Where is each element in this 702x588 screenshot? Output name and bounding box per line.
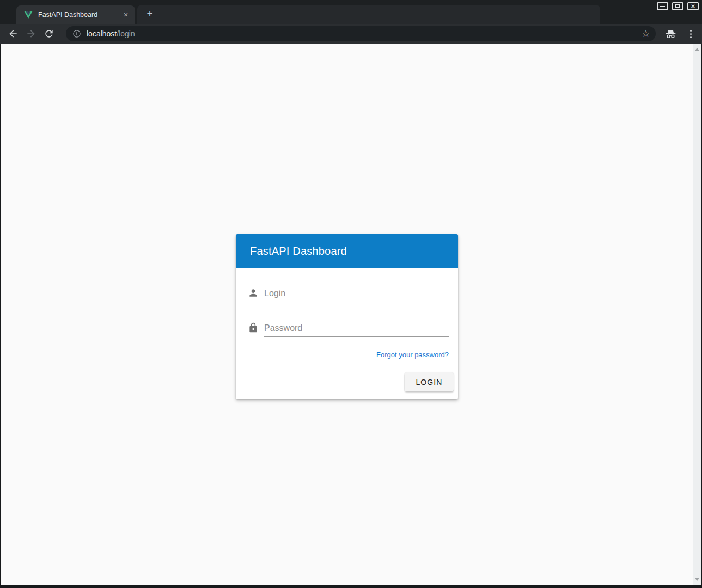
tab-title: FastAPI Dashboard: [38, 11, 121, 19]
window-close-button[interactable]: ✕: [687, 2, 699, 10]
browser-menu-button[interactable]: [686, 28, 695, 39]
address-bar[interactable]: localhost/login ☆: [66, 26, 656, 41]
window-maximize-button[interactable]: [672, 2, 683, 10]
vue-favicon-icon: [24, 11, 33, 19]
lock-icon: [248, 322, 259, 333]
bookmark-star-icon[interactable]: ☆: [642, 29, 650, 39]
url-text: localhost/login: [87, 29, 135, 38]
page-scrollbar[interactable]: [693, 44, 701, 585]
back-button[interactable]: [8, 28, 19, 39]
password-input[interactable]: [264, 323, 449, 333]
login-card-header: FastAPI Dashboard: [236, 234, 458, 268]
window-controls: ✕: [657, 2, 699, 10]
browser-toolbar: localhost/login ☆: [0, 24, 702, 44]
site-info-icon[interactable]: [72, 29, 81, 38]
login-card-title: FastAPI Dashboard: [250, 245, 347, 258]
tab-close-icon[interactable]: ✕: [121, 10, 131, 20]
login-input[interactable]: [264, 289, 449, 298]
page-content: FastAPI Dashboard Forgot your password? …: [1, 44, 701, 585]
forgot-password-row: Forgot your password?: [236, 350, 449, 359]
window-minimize-button[interactable]: [657, 2, 668, 10]
url-host: localhost: [87, 29, 117, 38]
person-icon: [248, 287, 259, 298]
password-input-underline: [264, 323, 449, 337]
forward-button[interactable]: [26, 28, 36, 39]
card-actions: LOGIN: [236, 372, 454, 391]
new-tab-button[interactable]: +: [143, 7, 157, 21]
scroll-down-icon[interactable]: [695, 578, 699, 581]
login-field-row: [248, 287, 449, 302]
reload-button[interactable]: [44, 28, 54, 39]
url-path: /login: [117, 29, 135, 38]
maximize-icon: [675, 4, 680, 8]
minimize-icon: [660, 6, 665, 7]
incognito-icon: [664, 28, 677, 40]
tab-strip: FastAPI Dashboard ✕ + ✕: [0, 0, 702, 24]
browser-tab-active[interactable]: FastAPI Dashboard ✕: [16, 5, 135, 24]
login-input-underline: [264, 289, 449, 302]
tab-strip-surface: [137, 5, 600, 24]
password-field-row: [248, 322, 449, 337]
forgot-password-link[interactable]: Forgot your password?: [376, 351, 449, 359]
login-card: FastAPI Dashboard Forgot your password? …: [236, 234, 458, 399]
scroll-up-icon[interactable]: [695, 48, 699, 51]
login-button[interactable]: LOGIN: [405, 372, 454, 391]
